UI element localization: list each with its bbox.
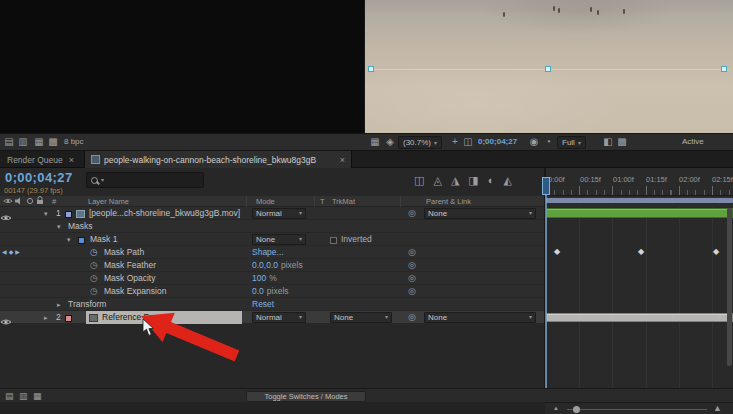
layer-row-2-selected[interactable]: ▸ 2 Reference Frame Normal ▾ None ▾ ◎ No…: [0, 311, 545, 324]
reset-link[interactable]: Reset: [252, 298, 274, 311]
timeline-search[interactable]: ▾: [86, 172, 204, 188]
time-ruler[interactable]: 0:00f 00:15f 01:00f 01:15f 02:00f 02:15f: [546, 168, 733, 196]
search-input[interactable]: [107, 176, 199, 185]
parent-link-dropdown[interactable]: None ▾: [424, 208, 536, 219]
footage-preview[interactable]: [365, 0, 733, 133]
mask-opacity-row[interactable]: ◷ Mask Opacity 100 % ◎: [0, 272, 545, 285]
mask-color-swatch[interactable]: [78, 237, 85, 244]
property-value[interactable]: Shape...: [252, 246, 284, 259]
property-pickwhip-icon[interactable]: ◎: [408, 285, 416, 298]
mask-1-row[interactable]: ▾ Mask 1 None ▾ Inverted: [0, 233, 545, 246]
panel-layout-icon[interactable]: ▥: [16, 134, 30, 150]
keyframe-navigator[interactable]: ◀◆▶: [2, 246, 22, 259]
mask-feather-row[interactable]: ◷ Mask Feather 0.0,0.0 pixels ◎: [0, 259, 545, 272]
column-parent-link[interactable]: Parent & Link: [426, 196, 471, 207]
tab-render-queue[interactable]: Render Queue ×: [0, 151, 81, 168]
resolution-dropdown[interactable]: Full ▾: [557, 136, 586, 149]
frame-blending-icon[interactable]: ◨: [468, 174, 478, 187]
current-time-indicator-head[interactable]: [542, 177, 550, 195]
mask-path-row[interactable]: ◀◆▶ ◷ Mask Path Shape... ◎: [0, 246, 545, 259]
twirl-open-icon[interactable]: ▾: [57, 220, 61, 233]
twirl-closed-icon[interactable]: ▸: [44, 311, 48, 324]
track-matte-dropdown[interactable]: None ▾: [330, 312, 392, 323]
grid-options-icon[interactable]: ▦: [32, 134, 46, 150]
selection-handle[interactable]: [721, 66, 727, 72]
grid-toggle-icon[interactable]: ▩: [615, 134, 629, 150]
next-keyframe-icon[interactable]: ▶: [15, 249, 22, 255]
property-value[interactable]: 0.0,0.0: [252, 259, 278, 272]
masks-group-row[interactable]: ▾ Masks: [0, 220, 545, 233]
column-trkmat[interactable]: TrkMat: [332, 196, 355, 207]
transparency-grid-icon[interactable]: ▦: [368, 134, 382, 150]
property-value[interactable]: 0.0: [252, 285, 264, 298]
stopwatch-icon[interactable]: ◷: [90, 246, 98, 259]
twirl-open-icon[interactable]: ▾: [67, 233, 71, 246]
property-pickwhip-icon[interactable]: ◎: [408, 272, 416, 285]
parent-link-dropdown[interactable]: None ▾: [424, 312, 536, 323]
previous-keyframe-icon[interactable]: ◀: [2, 249, 9, 255]
selection-handle[interactable]: [545, 66, 551, 72]
work-area-bar[interactable]: [546, 198, 733, 203]
stopwatch-icon[interactable]: ◷: [90, 259, 98, 272]
preview-timecode[interactable]: 0;00;04;27: [478, 134, 517, 150]
panel-menu-icon[interactable]: ▤: [2, 134, 16, 150]
timeline-tracks-area[interactable]: ◆ ◆ ◆: [546, 207, 733, 388]
show-channel-icon[interactable]: ◔: [541, 134, 555, 150]
property-value[interactable]: 100: [252, 272, 266, 285]
hide-shy-layers-icon[interactable]: ◮: [451, 174, 459, 187]
guides-icon[interactable]: +: [448, 134, 462, 150]
channels-icon[interactable]: ▩: [46, 134, 60, 150]
expand-transfer-controls-button[interactable]: ▥: [19, 391, 28, 401]
close-icon[interactable]: ×: [340, 155, 345, 165]
mask-mode-dropdown[interactable]: None ▾: [252, 234, 306, 245]
blend-mode-dropdown[interactable]: Normal ▾: [252, 208, 306, 219]
keyframe-diamond[interactable]: ◆: [554, 248, 560, 256]
column-hash[interactable]: #: [52, 196, 56, 207]
visibility-eye-icon[interactable]: [0, 314, 12, 327]
layer-2-duration-bar-selected[interactable]: [546, 313, 733, 322]
zoom-in-icon[interactable]: ▲: [713, 403, 722, 413]
graph-editor-icon[interactable]: ◭: [503, 174, 511, 187]
region-of-interest-icon[interactable]: ◫: [461, 134, 475, 150]
property-label[interactable]: Mask Path: [104, 246, 144, 259]
current-time-indicator-line[interactable]: [545, 195, 547, 388]
tab-composition[interactable]: people-walking-on-cannon-beach-shoreline…: [84, 151, 352, 168]
mask-name[interactable]: Mask 1: [90, 233, 117, 246]
parent-pickwhip-icon[interactable]: ◎: [408, 207, 416, 220]
draft-3d-icon[interactable]: ◬: [433, 174, 441, 187]
motion-blur-icon[interactable]: ◐: [488, 174, 495, 187]
selection-handle[interactable]: [368, 66, 374, 72]
expand-in-out-button[interactable]: ▦: [33, 391, 42, 401]
close-icon[interactable]: ×: [69, 155, 74, 165]
parent-pickwhip-icon[interactable]: ◎: [408, 311, 416, 324]
property-pickwhip-icon[interactable]: ◎: [408, 246, 416, 259]
zoom-slider-track[interactable]: [567, 409, 707, 410]
layer-row-1[interactable]: ▾ 1 [people...ch-shoreline_bkwu8g3gB.mov…: [0, 207, 545, 220]
zoom-level-dropdown[interactable]: (30.7%) ▾: [398, 136, 442, 149]
column-t[interactable]: T: [320, 196, 325, 207]
keyframe-diamond[interactable]: ◆: [713, 248, 719, 256]
composition-mini-flowchart-icon[interactable]: ◫: [414, 174, 424, 187]
layer-name[interactable]: [people...ch-shoreline_bkwu8g3gB.mov]: [89, 207, 240, 220]
property-label[interactable]: Mask Feather: [104, 259, 156, 272]
expand-layer-switches-button[interactable]: ▤: [5, 391, 14, 401]
label-color-swatch[interactable]: [65, 211, 72, 218]
take-snapshot-icon[interactable]: ◉: [527, 134, 541, 150]
toggle-switches-modes-button[interactable]: Toggle Switches / Modes: [246, 391, 366, 402]
keyframe-diamond[interactable]: ◆: [638, 248, 644, 256]
transform-group-row[interactable]: ▸ Transform Reset: [0, 298, 545, 311]
property-label[interactable]: Mask Opacity: [104, 272, 156, 285]
zoom-slider-handle[interactable]: [573, 406, 580, 413]
current-timecode[interactable]: 0;00;04;27: [5, 170, 73, 185]
blend-mode-dropdown[interactable]: Normal ▾: [252, 312, 306, 323]
group-label[interactable]: Transform: [68, 298, 106, 311]
roi-toggle-icon[interactable]: ◧: [601, 134, 615, 150]
mask-expansion-row[interactable]: ◷ Mask Expansion 0.0 pixels ◎: [0, 285, 545, 298]
column-layer-name[interactable]: Layer Name: [88, 196, 129, 207]
stopwatch-icon[interactable]: ◷: [90, 272, 98, 285]
twirl-closed-icon[interactable]: ▸: [57, 298, 61, 311]
property-pickwhip-icon[interactable]: ◎: [408, 259, 416, 272]
inverted-checkbox[interactable]: [330, 237, 337, 244]
vertical-scrollbar[interactable]: [727, 208, 732, 366]
label-color-swatch[interactable]: [65, 315, 72, 322]
